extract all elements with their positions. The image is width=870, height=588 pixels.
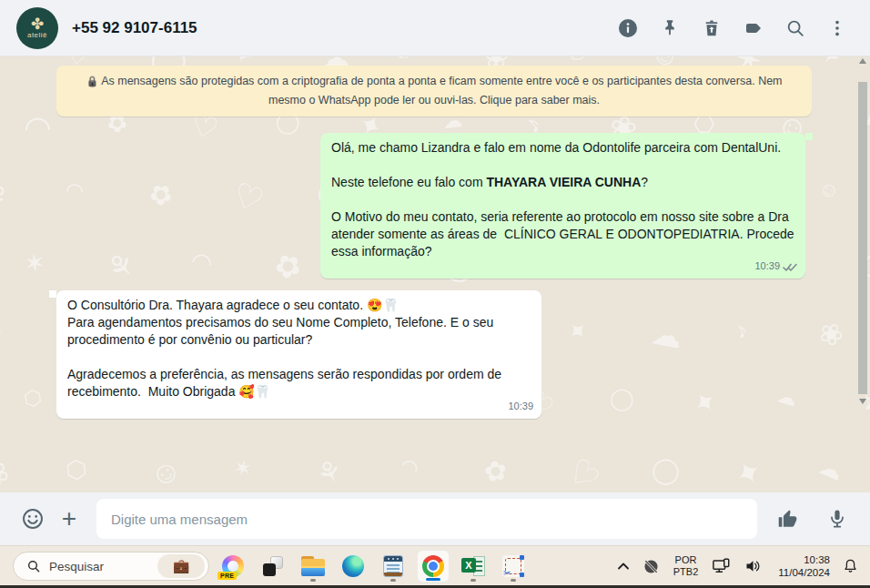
message-meta: 10:39 (754, 258, 797, 275)
search-icon (26, 559, 41, 573)
running-indicator (310, 579, 316, 582)
chat-scrollbar[interactable] (857, 56, 868, 492)
no-internet-icon[interactable] (636, 550, 666, 583)
contact-avatar[interactable]: ✤ ateliê (16, 7, 58, 49)
copilot-pre-badge: PRE (218, 572, 237, 580)
label-icon[interactable] (737, 12, 770, 45)
running-indicator (390, 579, 396, 582)
message-paragraph: Olá, me chamo Lizandra e falo em nome da… (331, 139, 794, 157)
search-label: Pesquisar (49, 560, 157, 573)
contact-full-name: THAYARA VIEIRA CUNHA (486, 175, 641, 189)
active-indicator (426, 578, 440, 581)
message-input[interactable] (96, 499, 757, 539)
chat-header: ✤ ateliê +55 92 9107-6115 (0, 0, 870, 56)
clock-time: 10:38 (778, 553, 830, 566)
message-paragraph: Agradecemos a preferência, as mensagens … (67, 366, 531, 400)
task-view-icon (263, 556, 283, 576)
volume-icon[interactable] (738, 550, 769, 583)
scrollbar-up-arrow[interactable] (859, 58, 866, 64)
message-composer: + (0, 492, 870, 545)
contact-phone-title[interactable]: +55 92 9107-6115 (72, 19, 197, 37)
windows-taskbar: Pesquisar 💼 PRE (0, 545, 870, 585)
taskbar-app-file-explorer[interactable] (297, 550, 329, 583)
emoji-icon[interactable] (15, 501, 51, 537)
taskbar-app-copilot[interactable]: PRE (217, 550, 249, 583)
search-highlight-icon[interactable]: 💼 (157, 554, 205, 578)
attach-plus-icon[interactable]: + (51, 501, 87, 537)
taskbar-app-chrome[interactable] (417, 550, 450, 583)
taskbar-app-task-view[interactable] (257, 550, 289, 583)
notepad-icon (383, 555, 403, 577)
encryption-notice[interactable]: 🔒As mensagens são protegidas com a cript… (56, 66, 812, 117)
excel-icon: X (461, 555, 485, 577)
search-icon[interactable] (779, 12, 812, 45)
taskbar-clock[interactable]: 10:3811/04/2024 (769, 550, 835, 583)
whatsapp-desktop-window: ✤ ateliê +55 92 9107-6115 (0, 0, 870, 588)
encryption-notice-text: As mensagens são protegidas com a cripto… (101, 75, 782, 106)
running-indicator (470, 579, 476, 582)
chrome-icon (422, 555, 444, 577)
snipping-tool-icon: ✂ (502, 555, 524, 577)
edge-icon (342, 555, 364, 577)
taskbar-app-edge[interactable] (337, 550, 369, 583)
taskbar-app-snipping-tool[interactable]: ✂ (497, 550, 530, 583)
double-check-icon (783, 261, 797, 272)
scrollbar-thumb[interactable] (858, 82, 867, 394)
kebab-menu-icon[interactable] (821, 12, 854, 45)
pin-icon[interactable] (653, 12, 686, 45)
tray-chevron-up-icon[interactable] (611, 550, 636, 583)
message-time: 10:39 (754, 258, 780, 275)
copilot-icon: PRE (221, 554, 245, 578)
outgoing-message-bubble[interactable]: Olá, me chamo Lizandra e falo em nome da… (320, 133, 805, 279)
info-icon[interactable] (612, 12, 644, 45)
lock-icon: 🔒 (86, 76, 98, 86)
message-paragraph: O Consultório Dra. Thayara agradece o se… (67, 297, 531, 314)
language-indicator[interactable]: PORPTB2 (666, 550, 706, 583)
microphone-icon[interactable] (819, 501, 855, 537)
message-meta: 10:39 (508, 398, 533, 415)
scrollbar-down-arrow[interactable] (859, 399, 866, 404)
cast-icon[interactable] (705, 550, 738, 583)
incoming-message-bubble[interactable]: O Consultório Dra. Thayara agradece o se… (56, 290, 541, 419)
file-explorer-icon (301, 556, 325, 576)
delete-icon[interactable] (695, 12, 728, 45)
chat-area: ✿♡◯✦☁♪❀⬡☺✶⚘◠✿♡◯✦☁♪❀⬡☺✶⚘◠✿♡◯✦☁♪❀⬡☺✶⚘◠✿♡◯✦… (0, 56, 870, 492)
message-paragraph: O Motivo do meu contato, seria referente… (331, 208, 794, 260)
running-indicator (511, 579, 516, 582)
taskbar-app-notepad[interactable] (377, 550, 410, 583)
taskbar-app-excel[interactable]: X (457, 550, 490, 583)
notification-bell-icon[interactable] (835, 550, 870, 583)
thumbs-up-icon[interactable] (770, 501, 806, 537)
taskbar-search[interactable]: Pesquisar 💼 (13, 552, 209, 581)
atelie-logo-text: ateliê (27, 31, 47, 39)
message-time: 10:39 (508, 398, 533, 415)
message-paragraph: Neste telefone eu falo com THAYARA VIEIR… (331, 174, 794, 191)
clock-date: 11/04/2024 (778, 566, 830, 579)
atelie-logo-icon: ✤ (31, 17, 44, 31)
message-paragraph: Para agendamentos precisamos do seu Nome… (67, 314, 531, 349)
